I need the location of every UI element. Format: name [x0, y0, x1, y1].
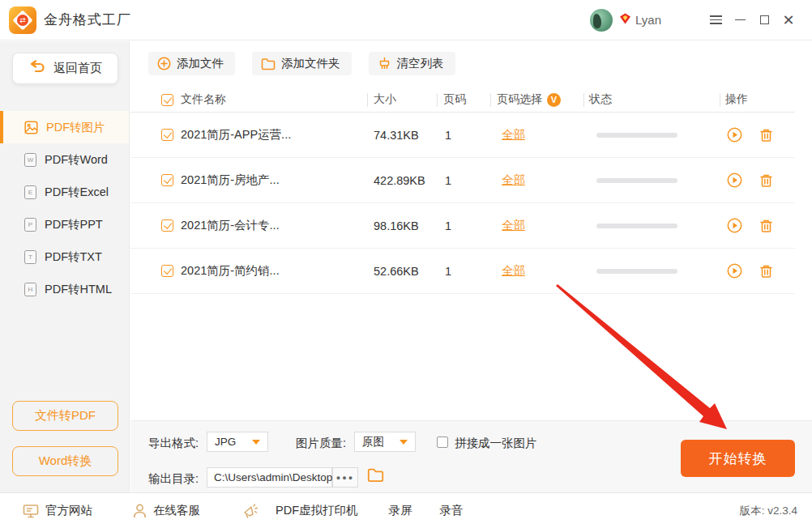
- back-home-button[interactable]: 返回首页: [12, 53, 118, 84]
- app-logo-icon: ⇄: [9, 6, 36, 34]
- row-checkbox[interactable]: [161, 129, 173, 141]
- clear-list-button[interactable]: 清空列表: [369, 52, 455, 75]
- vip-feature-badge: V: [547, 93, 561, 107]
- version-text: 版本: v2.3.4: [740, 504, 797, 518]
- person-icon: [133, 504, 147, 518]
- trash-icon[interactable]: [759, 128, 773, 143]
- trash-icon[interactable]: [759, 219, 773, 233]
- word-doc-icon: W: [24, 153, 36, 167]
- play-icon[interactable]: [727, 218, 742, 233]
- column-header-page-select: 页码选择 V: [497, 87, 561, 112]
- file-size: 74.31KB: [374, 113, 419, 157]
- pdf-printer-link[interactable]: PDF虚拟打印机: [242, 503, 358, 519]
- sidebar-item-label: PDF转图片: [46, 120, 105, 135]
- quality-label: 图片质量:: [296, 436, 346, 451]
- sidebar-item-label: PDF转TXT: [45, 249, 102, 265]
- broom-icon: [378, 57, 391, 70]
- chevron-down-icon: [400, 440, 408, 445]
- file-to-pdf-button[interactable]: 文件转PDF: [12, 401, 118, 431]
- screen-record-label: 录屏: [389, 503, 412, 518]
- close-icon[interactable]: ✕: [776, 8, 801, 32]
- browse-button[interactable]: ●●●: [332, 467, 358, 488]
- page-count: 1: [445, 249, 451, 293]
- table-row: 2021简历-简约销... 52.66KB 1 全部: [130, 249, 795, 294]
- sidebar-item-pdf-to-html[interactable]: H PDF转HTML: [0, 273, 129, 305]
- trash-icon[interactable]: [759, 264, 773, 279]
- folder-icon: [261, 57, 276, 70]
- progress-bar: [596, 133, 677, 138]
- sidebar-item-pdf-to-image[interactable]: PDF转图片: [0, 111, 129, 143]
- clear-list-label: 清空列表: [397, 56, 444, 71]
- audio-record-link[interactable]: 录音: [440, 503, 464, 518]
- ppt-doc-icon: P: [24, 218, 36, 232]
- row-checkbox[interactable]: [161, 174, 173, 186]
- quality-dropdown[interactable]: 原图: [354, 432, 416, 452]
- progress-bar: [596, 269, 677, 274]
- page-select-link[interactable]: 全部: [502, 218, 525, 233]
- file-name: 2021简历-房地产...: [181, 158, 280, 202]
- screen-record-link[interactable]: 录屏: [389, 503, 412, 518]
- play-icon[interactable]: [727, 172, 742, 188]
- audio-record-label: 录音: [440, 503, 464, 518]
- image-icon: [24, 121, 38, 134]
- sidebar-item-pdf-to-ppt[interactable]: P PDF转PPT: [0, 208, 129, 241]
- app-title: 金舟格式工厂: [44, 11, 131, 29]
- minimize-icon[interactable]: [728, 8, 752, 32]
- page-count: 1: [445, 158, 451, 202]
- vip-badge-icon: [619, 13, 631, 28]
- sidebar: 返回首页 PDF转图片 W PDF转Word E PDF转Excel: [0, 41, 130, 492]
- file-name: 2021简历-APP运营...: [181, 113, 291, 157]
- page-select-link[interactable]: 全部: [502, 127, 525, 143]
- html-doc-icon: H: [24, 283, 36, 296]
- export-format-value: JPG: [215, 436, 236, 448]
- progress-bar: [596, 178, 677, 183]
- progress-bar: [596, 224, 677, 228]
- play-icon[interactable]: [727, 263, 742, 279]
- play-icon[interactable]: [727, 127, 742, 143]
- add-file-button[interactable]: 添加文件: [148, 52, 235, 75]
- column-header-pages: 页码: [443, 87, 466, 112]
- back-home-label: 返回首页: [53, 61, 102, 76]
- column-header-name: 文件名称: [181, 87, 226, 112]
- sidebar-item-pdf-to-excel[interactable]: E PDF转Excel: [0, 176, 129, 208]
- open-folder-icon[interactable]: [367, 467, 384, 486]
- online-support-link[interactable]: 在线客服: [133, 503, 200, 518]
- menu-icon[interactable]: [703, 8, 728, 32]
- sidebar-item-pdf-to-txt[interactable]: T PDF转TXT: [0, 241, 129, 273]
- column-header-actions: 操作: [725, 87, 748, 112]
- output-dir-value[interactable]: C:\Users\admin\Desktop: [207, 467, 332, 488]
- column-header-status: 状态: [589, 87, 612, 112]
- word-convert-button[interactable]: Word转换: [12, 446, 118, 476]
- row-checkbox[interactable]: [161, 265, 173, 277]
- add-file-label: 添加文件: [177, 56, 224, 71]
- file-size: 98.16KB: [374, 203, 419, 248]
- sidebar-item-pdf-to-word[interactable]: W PDF转Word: [0, 143, 129, 176]
- page-count: 1: [445, 113, 451, 157]
- merge-checkbox[interactable]: [437, 436, 448, 448]
- export-format-dropdown[interactable]: JPG: [207, 432, 268, 452]
- add-folder-button[interactable]: 添加文件夹: [252, 52, 352, 75]
- output-dir-label: 输出目录:: [148, 471, 199, 487]
- sidebar-item-label: PDF转HTML: [45, 282, 112, 297]
- start-convert-button[interactable]: 开始转换: [681, 440, 795, 477]
- official-website-label: 官方网站: [45, 503, 92, 518]
- app-window: ⇄ 金舟格式工厂 Lyan ✕ 返回首页: [0, 0, 812, 528]
- maximize-icon[interactable]: [752, 8, 776, 32]
- titlebar: ⇄ 金舟格式工厂 Lyan ✕: [0, 0, 812, 40]
- page-count: 1: [445, 203, 451, 248]
- trash-icon[interactable]: [759, 173, 773, 188]
- official-website-link[interactable]: 官方网站: [23, 503, 92, 518]
- file-size: 52.66KB: [374, 249, 419, 293]
- username[interactable]: Lyan: [635, 13, 661, 27]
- table-header: 文件名称 大小 页码 页码选择 V 状态 操作: [130, 87, 795, 113]
- select-all-checkbox[interactable]: [161, 94, 173, 106]
- file-size: 422.89KB: [374, 158, 425, 202]
- plus-circle-icon: [157, 57, 171, 70]
- page-select-link[interactable]: 全部: [502, 172, 525, 188]
- row-checkbox[interactable]: [161, 219, 173, 232]
- add-folder-label: 添加文件夹: [281, 56, 340, 71]
- monitor-icon: [23, 504, 39, 518]
- merge-label: 拼接成一张图片: [455, 436, 537, 451]
- page-select-link[interactable]: 全部: [502, 263, 525, 279]
- user-avatar[interactable]: [590, 9, 613, 32]
